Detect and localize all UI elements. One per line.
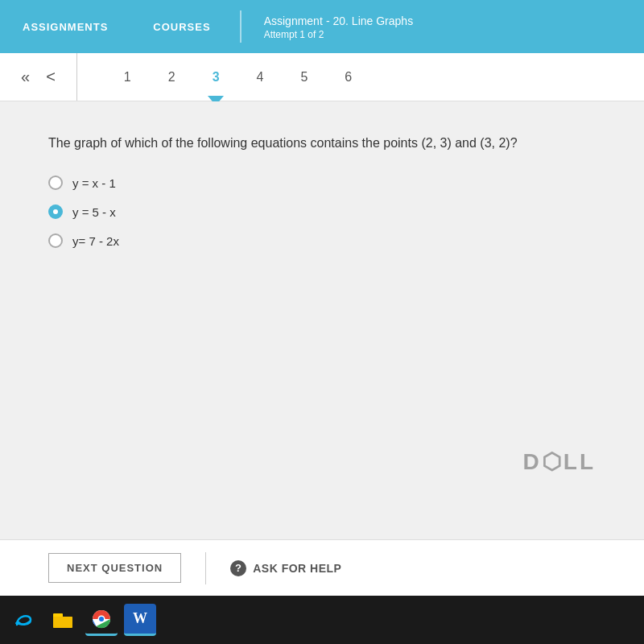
bottom-bar: NEXT QUESTION ? ASK FOR HELP	[0, 539, 644, 596]
chrome-icon[interactable]	[85, 604, 118, 636]
assignments-nav-item[interactable]: ASSIGNMENTS	[0, 0, 130, 53]
pagination-bar: « < 1 2 3 4 5 6	[0, 53, 644, 101]
page-3-active[interactable]: 3	[206, 67, 226, 88]
taskbar: W	[0, 596, 644, 644]
nav-arrows: « <	[16, 53, 77, 101]
next-question-button[interactable]: NEXT QUESTION	[48, 553, 181, 583]
dell-watermark: D⬡LL	[523, 448, 596, 475]
question-text: The graph of which of the following equa…	[48, 134, 596, 153]
assignment-info: Assignment - 20. Line Graphs Attempt 1 o…	[248, 14, 430, 40]
next-question-label: NEXT QUESTION	[67, 562, 163, 574]
assignments-label: ASSIGNMENTS	[23, 21, 108, 33]
attempt-text: Attempt 1 of 2	[264, 29, 414, 40]
radio-button-0[interactable]	[48, 175, 63, 190]
radio-inner-1	[53, 209, 58, 214]
bottom-divider	[205, 552, 206, 584]
word-icon[interactable]: W	[124, 604, 156, 636]
page-1[interactable]: 1	[118, 67, 138, 88]
option-label-1: y = 5 - x	[72, 205, 116, 219]
page-5[interactable]: 5	[294, 67, 314, 88]
courses-nav-item[interactable]: CoUrsES	[130, 0, 233, 53]
content-wrapper: The graph of which of the following equa…	[0, 101, 644, 539]
radio-button-1[interactable]	[48, 204, 63, 219]
edge-icon[interactable]	[8, 604, 40, 636]
option-label-2: y= 7 - 2x	[72, 234, 119, 248]
page-2[interactable]: 2	[162, 67, 182, 88]
svg-rect-2	[53, 617, 72, 628]
option-label-0: y = x - 1	[72, 176, 116, 190]
assignment-name: Assignment	[264, 14, 323, 27]
ask-for-help-button[interactable]: ? ASK FOR HELP	[230, 560, 341, 576]
radio-button-2[interactable]	[48, 233, 63, 248]
top-navigation: ASSIGNMENTS CoUrsES Assignment - 20. Lin…	[0, 0, 644, 53]
option-item-2[interactable]: y= 7 - 2x	[48, 233, 596, 248]
option-item-1[interactable]: y = 5 - x	[48, 204, 596, 219]
help-icon: ?	[230, 560, 246, 576]
svg-point-6	[99, 617, 104, 621]
option-item-0[interactable]: y = x - 1	[48, 175, 596, 190]
assignment-subtitle: - 20. Line Graphs	[326, 14, 413, 27]
single-back-arrow[interactable]: <	[41, 64, 60, 89]
page-4[interactable]: 4	[250, 67, 270, 88]
courses-label: CoUrsES	[153, 21, 210, 33]
nav-divider	[240, 10, 242, 43]
page-6[interactable]: 6	[338, 67, 358, 88]
options-list: y = x - 1 y = 5 - x y= 7 - 2x	[48, 175, 596, 248]
page-numbers: 1 2 3 4 5 6	[93, 67, 628, 88]
file-explorer-icon[interactable]	[47, 604, 79, 636]
double-back-arrow[interactable]: «	[16, 64, 35, 89]
ask-help-label: ASK FOR HELP	[253, 562, 341, 575]
assignment-title: Assignment - 20. Line Graphs	[264, 14, 414, 27]
